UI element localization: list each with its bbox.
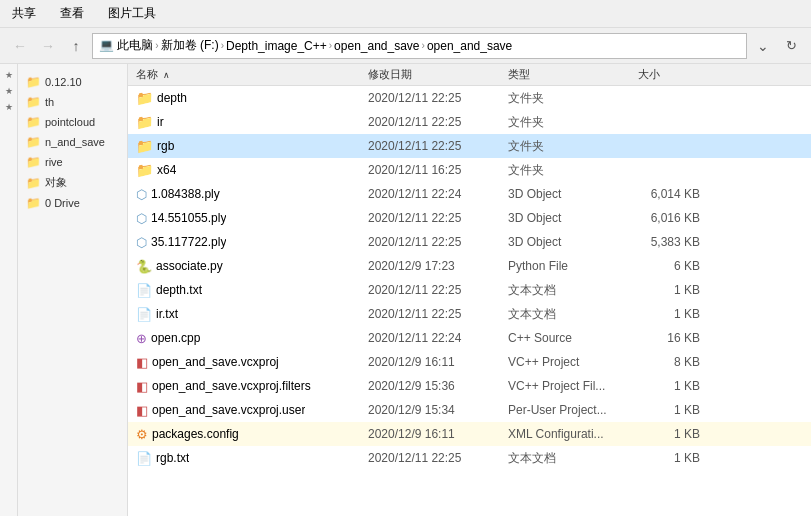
file-rows-container: 📁 depth 2020/12/11 22:25 文件夹 📁 ir 2020/1… bbox=[128, 86, 811, 470]
qa-arrow-1[interactable]: ★ bbox=[3, 68, 15, 82]
folder-icon: 📁 bbox=[136, 138, 153, 154]
file-name-label: 14.551055.ply bbox=[151, 211, 226, 225]
sidebar-item-1[interactable]: 📁 th bbox=[18, 92, 127, 112]
sidebar: 📁 0.12.10 📁 th 📁 pointcloud 📁 n_and_save… bbox=[18, 64, 128, 516]
table-row[interactable]: ⬡ 14.551055.ply 2020/12/11 22:25 3D Obje… bbox=[128, 206, 811, 230]
menu-bar: 共享 查看 图片工具 bbox=[0, 0, 811, 28]
sidebar-label-2: pointcloud bbox=[45, 116, 95, 128]
ply-icon: ⬡ bbox=[136, 211, 147, 226]
file-date-col: 2020/12/11 16:25 bbox=[368, 163, 508, 177]
breadcrumb[interactable]: 💻 此电脑 › 新加卷 (F:) › Depth_image_C++ › ope… bbox=[92, 33, 747, 59]
file-size-col: 1 KB bbox=[638, 307, 708, 321]
breadcrumb-drive[interactable]: 新加卷 (F:) bbox=[161, 37, 219, 54]
sidebar-folder-icon-5: 📁 bbox=[26, 176, 41, 190]
file-name-col: 📄 rgb.txt bbox=[128, 451, 368, 466]
file-size-col: 8 KB bbox=[638, 355, 708, 369]
sidebar-item-3[interactable]: 📁 n_and_save bbox=[18, 132, 127, 152]
file-name-label: 1.084388.ply bbox=[151, 187, 220, 201]
file-date-col: 2020/12/11 22:24 bbox=[368, 331, 508, 345]
file-type-col: 文件夹 bbox=[508, 90, 638, 107]
file-date-col: 2020/12/11 22:24 bbox=[368, 187, 508, 201]
refresh-button[interactable]: ↻ bbox=[779, 34, 803, 58]
table-row[interactable]: ⚙ packages.config 2020/12/9 16:11 XML Co… bbox=[128, 422, 811, 446]
file-type-col: 文件夹 bbox=[508, 114, 638, 131]
quick-access-panel: ★ ★ ★ bbox=[0, 64, 18, 516]
file-type-col: XML Configurati... bbox=[508, 427, 638, 441]
table-row[interactable]: ⊕ open.cpp 2020/12/11 22:24 C++ Source 1… bbox=[128, 326, 811, 350]
file-size-col: 1 KB bbox=[638, 451, 708, 465]
table-row[interactable]: 🐍 associate.py 2020/12/9 17:23 Python Fi… bbox=[128, 254, 811, 278]
py-icon: 🐍 bbox=[136, 259, 152, 274]
table-row[interactable]: ◧ open_and_save.vcxproj.user 2020/12/9 1… bbox=[128, 398, 811, 422]
file-size-col: 16 KB bbox=[638, 331, 708, 345]
file-list-container[interactable]: 名称 ∧ 修改日期 类型 大小 📁 depth 2020/12/11 22:25… bbox=[128, 64, 811, 516]
file-name-label: ir.txt bbox=[156, 307, 178, 321]
ply-icon: ⬡ bbox=[136, 187, 147, 202]
breadcrumb-computer[interactable]: 💻 此电脑 bbox=[99, 37, 153, 54]
file-name-label: associate.py bbox=[156, 259, 223, 273]
sidebar-folder-icon-1: 📁 bbox=[26, 95, 41, 109]
vcxproj-icon: ◧ bbox=[136, 355, 148, 370]
file-name-label: open_and_save.vcxproj.filters bbox=[152, 379, 311, 393]
table-row[interactable]: ⬡ 1.084388.ply 2020/12/11 22:24 3D Objec… bbox=[128, 182, 811, 206]
menu-image-tools[interactable]: 图片工具 bbox=[104, 3, 160, 24]
menu-view[interactable]: 查看 bbox=[56, 3, 88, 24]
sidebar-item-5[interactable]: 📁 对象 bbox=[18, 172, 127, 193]
table-row[interactable]: ⬡ 35.117722.ply 2020/12/11 22:25 3D Obje… bbox=[128, 230, 811, 254]
file-type-col: 文本文档 bbox=[508, 450, 638, 467]
table-row[interactable]: 📄 depth.txt 2020/12/11 22:25 文本文档 1 KB bbox=[128, 278, 811, 302]
table-row[interactable]: ◧ open_and_save.vcxproj 2020/12/9 16:11 … bbox=[128, 350, 811, 374]
sidebar-item-0[interactable]: 📁 0.12.10 bbox=[18, 72, 127, 92]
file-type-col: 3D Object bbox=[508, 187, 638, 201]
breadcrumb-open-save1[interactable]: open_and_save bbox=[334, 39, 419, 53]
table-row[interactable]: 📁 x64 2020/12/11 16:25 文件夹 bbox=[128, 158, 811, 182]
breadcrumb-depth[interactable]: Depth_image_C++ bbox=[226, 39, 327, 53]
file-size-col: 6,016 KB bbox=[638, 211, 708, 225]
address-bar: ← → ↑ 💻 此电脑 › 新加卷 (F:) › Depth_image_C++… bbox=[0, 28, 811, 64]
file-date-col: 2020/12/9 16:11 bbox=[368, 427, 508, 441]
menu-share[interactable]: 共享 bbox=[8, 3, 40, 24]
file-name-col: ⚙ packages.config bbox=[128, 427, 368, 442]
file-list-header: 名称 ∧ 修改日期 类型 大小 bbox=[128, 64, 811, 86]
qa-arrow-3[interactable]: ★ bbox=[3, 100, 15, 114]
table-row[interactable]: 📄 rgb.txt 2020/12/11 22:25 文本文档 1 KB bbox=[128, 446, 811, 470]
sidebar-item-6[interactable]: 📁 0 Drive bbox=[18, 193, 127, 213]
file-size-col: 6,014 KB bbox=[638, 187, 708, 201]
breadcrumb-open-save2[interactable]: open_and_save bbox=[427, 39, 512, 53]
header-type[interactable]: 类型 bbox=[508, 67, 638, 82]
file-name-col: 📁 depth bbox=[128, 90, 368, 106]
back-button[interactable]: ← bbox=[8, 34, 32, 58]
sidebar-item-4[interactable]: 📁 rive bbox=[18, 152, 127, 172]
sidebar-folder-icon-2: 📁 bbox=[26, 115, 41, 129]
cpp-icon: ⊕ bbox=[136, 331, 147, 346]
table-row[interactable]: 📄 ir.txt 2020/12/11 22:25 文本文档 1 KB bbox=[128, 302, 811, 326]
vcxproj-icon: ◧ bbox=[136, 403, 148, 418]
file-name-label: packages.config bbox=[152, 427, 239, 441]
header-size[interactable]: 大小 bbox=[638, 67, 708, 82]
file-name-col: ◧ open_and_save.vcxproj bbox=[128, 355, 368, 370]
dropdown-button[interactable]: ⌄ bbox=[751, 34, 775, 58]
sidebar-item-2[interactable]: 📁 pointcloud bbox=[18, 112, 127, 132]
sidebar-label-3: n_and_save bbox=[45, 136, 105, 148]
table-row[interactable]: 📁 depth 2020/12/11 22:25 文件夹 bbox=[128, 86, 811, 110]
folder-icon: 📁 bbox=[136, 90, 153, 106]
table-row[interactable]: ◧ open_and_save.vcxproj.filters 2020/12/… bbox=[128, 374, 811, 398]
sidebar-folder-icon-0: 📁 bbox=[26, 75, 41, 89]
file-name-col: ⬡ 35.117722.ply bbox=[128, 235, 368, 250]
header-date[interactable]: 修改日期 bbox=[368, 67, 508, 82]
forward-button[interactable]: → bbox=[36, 34, 60, 58]
file-date-col: 2020/12/9 16:11 bbox=[368, 355, 508, 369]
file-date-col: 2020/12/11 22:25 bbox=[368, 211, 508, 225]
txt-icon: 📄 bbox=[136, 451, 152, 466]
txt-icon: 📄 bbox=[136, 307, 152, 322]
file-date-col: 2020/12/11 22:25 bbox=[368, 139, 508, 153]
qa-arrow-2[interactable]: ★ bbox=[3, 84, 15, 98]
file-name-col: ◧ open_and_save.vcxproj.user bbox=[128, 403, 368, 418]
file-name-col: ◧ open_and_save.vcxproj.filters bbox=[128, 379, 368, 394]
table-row[interactable]: 📁 ir 2020/12/11 22:25 文件夹 bbox=[128, 110, 811, 134]
header-name[interactable]: 名称 ∧ bbox=[128, 67, 368, 82]
up-button[interactable]: ↑ bbox=[64, 34, 88, 58]
file-name-label: x64 bbox=[157, 163, 176, 177]
table-row[interactable]: 📁 rgb 2020/12/11 22:25 文件夹 bbox=[128, 134, 811, 158]
file-name-col: 🐍 associate.py bbox=[128, 259, 368, 274]
